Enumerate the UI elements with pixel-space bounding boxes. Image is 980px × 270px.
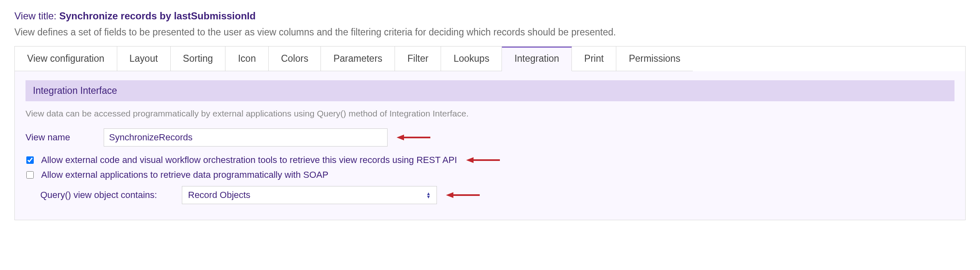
query-object-select[interactable]: Record Objects ▲▼ xyxy=(182,186,437,204)
view-title-value: Synchronize records by lastSubmissionId xyxy=(59,10,255,21)
tab-filter[interactable]: Filter xyxy=(395,47,441,71)
allow-rest-row: Allow external code and visual workflow … xyxy=(26,155,954,165)
tab-label: Icon xyxy=(238,53,255,64)
tab-view-configuration[interactable]: View configuration xyxy=(15,47,117,71)
query-object-row: Query() view object contains: Record Obj… xyxy=(40,186,954,204)
view-name-label: View name xyxy=(26,132,104,143)
section-header-integration-interface: Integration Interface xyxy=(26,80,954,101)
annotation-arrow-icon xyxy=(397,133,430,142)
tab-sorting[interactable]: Sorting xyxy=(171,47,226,71)
annotation-arrow-icon xyxy=(466,156,500,164)
query-object-value: Record Objects xyxy=(188,190,426,200)
section-description: View data can be accessed programmatical… xyxy=(26,109,954,119)
svg-marker-3 xyxy=(466,157,474,163)
view-name-row: View name xyxy=(26,128,954,147)
integration-panel: Integration Interface View data can be a… xyxy=(14,71,966,220)
view-description: View defines a set of fields to be prese… xyxy=(14,27,966,38)
allow-soap-row: Allow external applications to retrieve … xyxy=(26,170,954,180)
svg-marker-1 xyxy=(397,135,404,140)
query-object-label: Query() view object contains: xyxy=(40,190,182,200)
tab-label: Colors xyxy=(281,53,308,64)
tab-label: View configuration xyxy=(27,53,105,64)
tab-permissions[interactable]: Permissions xyxy=(616,47,692,71)
tab-label: Layout xyxy=(130,53,158,64)
view-title-heading: View title: Synchronize records by lastS… xyxy=(14,10,966,22)
allow-rest-label: Allow external code and visual workflow … xyxy=(41,155,457,165)
select-arrows-icon: ▲▼ xyxy=(426,192,431,198)
allow-rest-checkbox[interactable] xyxy=(26,156,34,164)
tab-colors[interactable]: Colors xyxy=(269,47,321,71)
tab-integration[interactable]: Integration xyxy=(502,47,572,71)
tabs-bar: View configuration Layout Sorting Icon C… xyxy=(14,46,966,71)
tab-layout[interactable]: Layout xyxy=(117,47,171,71)
view-name-input[interactable] xyxy=(104,128,388,147)
tab-label: Parameters xyxy=(333,53,382,64)
allow-soap-label: Allow external applications to retrieve … xyxy=(41,170,328,180)
tab-icon[interactable]: Icon xyxy=(225,47,268,71)
tab-print[interactable]: Print xyxy=(572,47,616,71)
annotation-arrow-icon xyxy=(446,191,480,199)
tab-lookups[interactable]: Lookups xyxy=(441,47,502,71)
tab-label: Sorting xyxy=(183,53,213,64)
svg-marker-5 xyxy=(446,192,453,198)
tab-label: Filter xyxy=(407,53,428,64)
tab-label: Permissions xyxy=(629,53,680,64)
tab-label: Print xyxy=(584,53,604,64)
tab-parameters[interactable]: Parameters xyxy=(321,47,395,71)
view-title-prefix: View title: xyxy=(14,10,59,21)
tab-label: Lookups xyxy=(453,53,489,64)
allow-soap-checkbox[interactable] xyxy=(26,171,34,179)
tab-label: Integration xyxy=(514,53,559,64)
